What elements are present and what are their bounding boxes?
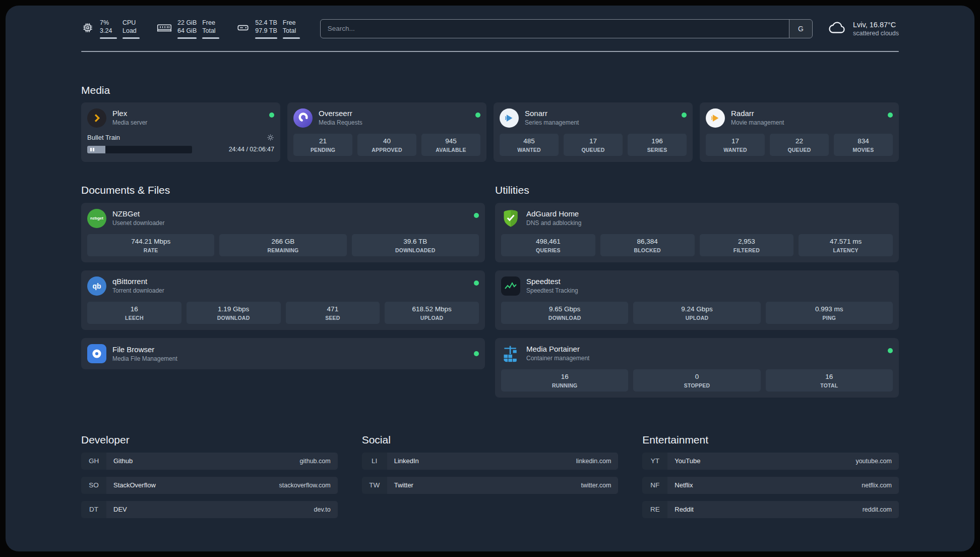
service-desc: Media Requests — [319, 119, 362, 126]
disk-total-value: 97.9 TB — [255, 27, 277, 35]
service-card-qbittorrent: qb qBittorrent Torrent downloader 16LEEC… — [81, 270, 485, 330]
service-card-overseerr: Overseerr Media Requests 21PENDING 40APP… — [287, 102, 486, 162]
stat-tile: 21PENDING — [293, 134, 352, 156]
section-title-utilities: Utilities — [495, 184, 899, 196]
disk-widget: 52.4 TB 97.9 TB Free Total — [236, 19, 300, 39]
bookmark-name: YouTube — [675, 457, 700, 465]
bookmark-name: Reddit — [675, 506, 694, 513]
cpu-chip-icon — [81, 21, 94, 36]
portainer-crane-icon — [501, 344, 520, 363]
filebrowser-icon — [87, 344, 106, 363]
ram-icon — [157, 22, 172, 36]
bookmark-group-entertainment: Entertainment YT YouTubeyoutube.com NF N… — [642, 434, 899, 518]
radarr-play-icon — [706, 108, 725, 128]
disk-labels: Free Total — [283, 19, 300, 39]
memory-labels: Free Total — [202, 19, 219, 39]
section-media: Media Plex Media server — [81, 84, 899, 162]
bookmark-domain: dev.to — [314, 506, 331, 513]
bookmark-domain: youtube.com — [855, 458, 892, 465]
stat-tile: 618.52 MbpsUPLOAD — [385, 302, 479, 324]
stat-tile: 39.6 TBDOWNLOADED — [352, 234, 479, 256]
cloud-icon — [828, 20, 847, 37]
bookmark-github[interactable]: GH Githubgithub.com — [81, 453, 338, 470]
service-card-adguard: AdGuard Home DNS and adblocking 498,461Q… — [495, 203, 899, 262]
stat-tile: 22QUEUED — [770, 134, 829, 156]
stat-tile: 485WANTED — [500, 134, 559, 156]
service-name: qBittorrent — [112, 277, 164, 286]
search-bar: G — [320, 19, 813, 38]
stat-tile: 834MOVIES — [834, 134, 893, 156]
bookmark-group-developer: Developer GH Githubgithub.com SO StackOv… — [81, 434, 338, 518]
speedtest-service-link[interactable]: Speedtest Speedtest Tracking — [501, 276, 893, 296]
free-label: Free — [283, 19, 300, 27]
bookmark-group-social: Social LI LinkedInlinkedin.com TW Twitte… — [362, 434, 619, 518]
cpu-labels: CPU Load — [122, 19, 140, 39]
bookmark-abbr: NF — [642, 477, 667, 494]
adguard-service-link[interactable]: AdGuard Home DNS and adblocking — [501, 209, 893, 228]
status-dot — [269, 113, 274, 118]
disk-usage-bar — [255, 37, 277, 39]
service-desc: DNS and adblocking — [526, 219, 581, 227]
status-dot — [682, 113, 687, 118]
memory-label-bar — [202, 37, 219, 39]
now-playing-title: Bullet Train — [87, 134, 120, 141]
filebrowser-service-link[interactable]: File Browser Media File Management — [87, 344, 479, 363]
stat-tile: 471SEED — [286, 302, 380, 324]
bookmark-twitter[interactable]: TW Twittertwitter.com — [362, 477, 619, 494]
overseerr-service-link[interactable]: Overseerr Media Requests — [293, 108, 480, 128]
disk-free-value: 52.4 TB — [255, 19, 277, 27]
memory-values: 22 GiB 64 GiB — [177, 19, 197, 39]
stat-tile: 744.21 MbpsRATE — [87, 234, 214, 256]
search-input[interactable] — [321, 25, 789, 32]
status-dot — [888, 113, 893, 118]
bookmark-name: Twitter — [394, 481, 413, 489]
header-divider — [81, 51, 899, 52]
bookmark-stackoverflow[interactable]: SO StackOverflowstackoverflow.com — [81, 477, 338, 494]
gear-icon[interactable] — [267, 134, 274, 141]
portainer-service-link[interactable]: Media Portainer Container management — [501, 344, 893, 363]
hard-drive-icon — [236, 21, 250, 36]
service-card-nzbget: nzbget NZBGet Usenet downloader 744.21 M… — [81, 203, 485, 262]
bookmark-name: LinkedIn — [394, 457, 419, 465]
weather-location: Lviv, 16.87°C — [853, 21, 899, 29]
cpu-percent: 7% — [100, 19, 117, 27]
status-dot — [475, 113, 480, 118]
service-desc: Media File Management — [112, 355, 177, 362]
search-provider-button[interactable]: G — [789, 20, 812, 38]
bookmark-reddit[interactable]: RE Redditreddit.com — [642, 501, 899, 518]
memory-free-value: 22 GiB — [177, 19, 197, 27]
plex-now-playing-widget: Bullet Train 24:44 / 02:06:47 — [87, 134, 274, 153]
memory-usage-bar — [177, 37, 197, 39]
service-name: File Browser — [112, 345, 177, 354]
seek-bar[interactable] — [87, 146, 192, 153]
cpu-widget: 7% 3.24 CPU Load — [81, 19, 140, 39]
service-desc: Container management — [526, 355, 589, 362]
pause-icon[interactable] — [90, 148, 94, 151]
service-card-portainer: Media Portainer Container management 16R… — [495, 338, 899, 398]
bookmark-youtube[interactable]: YT YouTubeyoutube.com — [642, 453, 899, 470]
radarr-service-link[interactable]: Radarr Movie management — [706, 108, 893, 128]
stat-tile: 17WANTED — [706, 134, 765, 156]
section-title-entertainment: Entertainment — [642, 434, 899, 446]
qbittorrent-service-link[interactable]: qb qBittorrent Torrent downloader — [87, 276, 479, 296]
bookmark-dev[interactable]: DT DEVdev.to — [81, 501, 338, 518]
bookmark-abbr: LI — [362, 453, 387, 470]
plex-service-link[interactable]: Plex Media server — [87, 108, 274, 128]
section-title-media: Media — [81, 84, 899, 96]
bookmark-domain: twitter.com — [581, 482, 611, 489]
speedtest-graph-icon — [501, 276, 520, 296]
nzbget-service-link[interactable]: nzbget NZBGet Usenet downloader — [87, 209, 479, 228]
section-title-social: Social — [362, 434, 619, 446]
bookmark-linkedin[interactable]: LI LinkedInlinkedin.com — [362, 453, 619, 470]
bookmark-name: Github — [113, 457, 133, 465]
bookmark-domain: reddit.com — [863, 506, 892, 513]
bookmark-domain: stackoverflow.com — [279, 482, 331, 489]
service-desc: Torrent downloader — [112, 287, 164, 294]
stat-tile: 86,384BLOCKED — [600, 234, 695, 256]
bookmark-netflix[interactable]: NF Netflixnetflix.com — [642, 477, 899, 494]
bookmark-abbr: TW — [362, 477, 387, 494]
status-dot — [888, 348, 893, 353]
bookmark-abbr: DT — [81, 501, 106, 518]
sonarr-service-link[interactable]: Sonarr Series management — [500, 108, 687, 128]
bookmark-name: Netflix — [675, 481, 693, 489]
